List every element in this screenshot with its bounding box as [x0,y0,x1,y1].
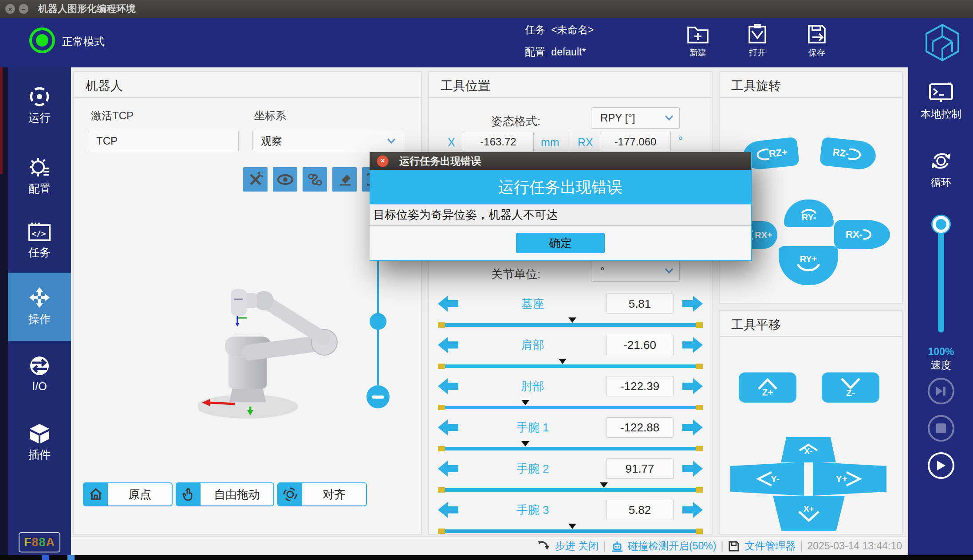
joint-row: 肘部 -122.39 [437,374,704,399]
loop-button[interactable]: 循环 [908,150,973,189]
jog-plus-button[interactable] [681,459,704,478]
jog-plus-button[interactable] [681,377,704,396]
step-status-icon [537,540,551,552]
robot-3d-view[interactable] [198,281,345,427]
jog-minus-button[interactable] [437,418,459,437]
open-task-button[interactable]: 打开 [737,22,777,59]
rz-minus-button[interactable]: RZ- [819,137,877,171]
x-value-field[interactable]: -163.72 [463,132,534,152]
jog-minus-button[interactable] [437,294,459,313]
tools-button[interactable] [243,167,268,192]
joint-slider[interactable] [438,316,703,329]
joint-unit-select[interactable]: ° [591,260,680,282]
x-minus-button[interactable]: X- [781,437,836,462]
path-button[interactable] [303,167,327,192]
joint-name: 肘部 [459,379,606,394]
window-left-edge-accent [0,67,3,174]
dialog-titlebar[interactable]: × 运行任务出现错误 [370,152,751,170]
dialog-ok-button[interactable]: 确定 [516,233,605,253]
new-folder-icon [686,22,709,45]
joint-slider-marker[interactable] [600,482,608,488]
joint-slider[interactable] [438,440,703,453]
jog-plus-button[interactable] [681,336,704,354]
ry-plus-button[interactable]: RY+ [779,246,838,285]
view-zoom-slider-knob[interactable] [370,313,386,330]
home-button[interactable]: 原点 [83,482,173,506]
play-icon [936,460,946,471]
joint-slider-marker[interactable] [521,441,529,446]
joint-value-field[interactable]: 5.82 [606,500,674,520]
frame-select[interactable]: 观察 [252,131,403,151]
sidebar-item-io[interactable]: I/O [8,355,71,393]
close-icon[interactable]: × [5,4,15,14]
chevron-down-icon [664,115,674,121]
save-task-button[interactable]: 保存 [797,22,837,59]
pose-format-select[interactable]: RPY [°] [591,107,680,129]
y-plus-button[interactable]: Y+ [813,462,886,496]
joint-value-field[interactable]: 5.81 [606,294,674,314]
joint-slider[interactable] [438,481,703,494]
jog-plus-button[interactable] [681,294,704,313]
joint-slider-marker[interactable] [568,317,576,323]
y-minus-button[interactable]: Y- [730,462,804,496]
dialog-footer: 确定 [370,226,751,260]
sidebar-item-plugin[interactable]: 插件 [8,423,71,462]
joint-slider[interactable] [438,399,703,412]
step-status[interactable]: 步进 关闭 [555,539,599,553]
joint-value-field[interactable]: -21.60 [606,335,674,355]
rx-minus-button[interactable]: RX- [834,220,890,249]
sidebar-item-operate[interactable]: 操作 [8,286,71,326]
home-icon [84,483,108,505]
joint-value-field[interactable]: -122.88 [606,417,674,438]
ry-minus-button[interactable]: RY- [784,200,834,227]
joint-value-field[interactable]: 91.77 [606,458,674,479]
z-minus-button[interactable]: Z- [822,372,879,403]
joint-slider-marker[interactable] [559,359,567,364]
jog-minus-button[interactable] [437,377,459,396]
local-control-button[interactable]: 本地控制 [908,82,973,121]
minimize-icon[interactable]: − [19,4,28,14]
erase-button[interactable] [332,167,357,192]
jog-minus-button[interactable] [437,336,459,354]
tools-icon [248,172,263,187]
joint-row: 手腕 3 5.82 [437,497,704,522]
free-drag-button[interactable]: 自由拖动 [176,482,274,506]
jog-plus-button[interactable] [681,418,704,437]
speed-slider-knob[interactable] [933,216,949,233]
speed-percent: 100% [908,346,973,358]
dialog-close-icon[interactable]: × [377,155,389,167]
window-title: 机器人图形化编程环境 [38,2,136,16]
collision-status[interactable]: 碰撞检测开启(50%) [628,539,716,553]
play-button[interactable] [928,452,954,479]
file-manager-link[interactable]: 文件管理器 [745,539,796,553]
jog-plus-button[interactable] [681,501,704,519]
joint-slider-marker[interactable] [521,400,529,405]
zoom-out-button[interactable] [366,385,390,408]
sidebar-item-task[interactable]: </> 任务 [8,222,71,260]
brand-logo-icon [924,23,961,62]
z-plus-button[interactable]: Z+ [739,372,796,403]
joint-slider[interactable] [438,522,703,536]
joint-slider[interactable] [438,357,703,371]
stop-button[interactable] [928,415,954,442]
io-icon [28,355,51,377]
joint-value-field[interactable]: -122.39 [606,376,674,396]
left-sidebar: 运行 配置 </> 任务 [8,67,71,560]
jog-minus-button[interactable] [437,459,459,478]
mode-indicator-icon [29,27,55,53]
sidebar-item-config[interactable]: 配置 [8,156,71,196]
speed-slider-track[interactable] [938,224,944,333]
align-button[interactable]: 对齐 [277,482,367,506]
joint-slider-marker[interactable] [568,524,576,529]
x-plus-button[interactable]: X+ [773,496,845,531]
tcp-select[interactable]: TCP [88,131,239,151]
step-forward-icon [935,386,947,396]
tool-translate-panel: 工具平移 Z+ Z- X- Y- Y+ X+ [719,310,903,535]
step-button[interactable] [928,378,954,404]
jog-minus-button[interactable] [437,501,459,519]
sidebar-item-run[interactable]: 运行 [8,86,71,125]
rx-value-field[interactable]: -177.060 [600,132,671,152]
rotate-arc-icon [794,262,823,278]
new-task-button[interactable]: 新建 [678,22,718,59]
view-button[interactable] [273,167,297,192]
